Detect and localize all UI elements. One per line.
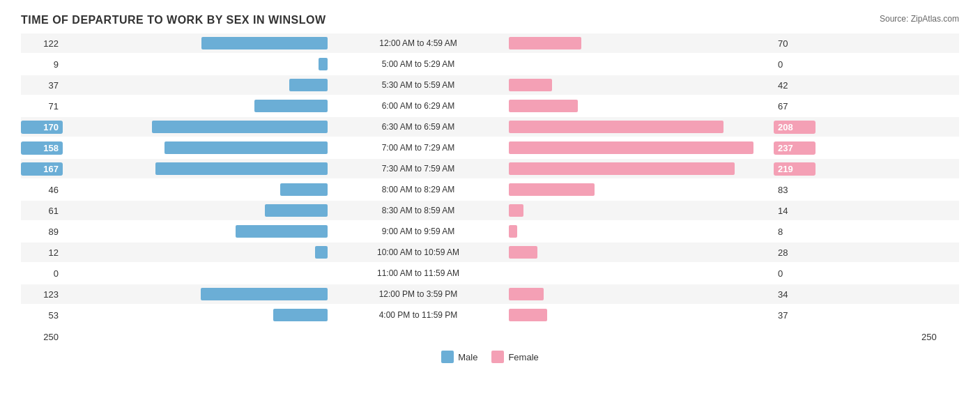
right-value: 237 bbox=[774, 141, 816, 155]
left-bar-container bbox=[63, 183, 328, 196]
right-bar-container bbox=[509, 100, 774, 112]
time-label: 8:30 AM to 8:59 AM bbox=[328, 206, 509, 215]
chart-row: 37 5:30 AM to 5:59 AM 42 bbox=[21, 75, 959, 95]
right-value: 0 bbox=[774, 268, 816, 279]
chart-row: 9 5:00 AM to 5:29 AM 0 bbox=[21, 54, 959, 74]
right-bar-container bbox=[509, 79, 774, 91]
right-bar-container bbox=[509, 162, 774, 175]
chart-row: 61 8:30 AM to 8:59 AM 14 bbox=[21, 201, 959, 220]
right-value: 208 bbox=[774, 121, 816, 134]
chart-row: 122 12:00 AM to 4:59 AM 70 bbox=[21, 33, 959, 53]
time-label: 6:30 AM to 6:59 AM bbox=[328, 122, 509, 132]
time-label: 10:00 AM to 10:59 AM bbox=[328, 247, 509, 257]
chart-row: 53 4:00 PM to 11:59 PM 37 bbox=[21, 305, 959, 325]
right-bar-container bbox=[509, 141, 774, 154]
chart-title: TIME OF DEPARTURE TO WORK BY SEX IN WINS… bbox=[21, 14, 959, 26]
legend-female-label: Female bbox=[508, 352, 538, 362]
right-bar-container bbox=[509, 309, 774, 321]
male-bar bbox=[319, 58, 328, 70]
female-bar bbox=[509, 288, 544, 300]
right-value: 219 bbox=[774, 162, 816, 176]
left-bar-container bbox=[63, 79, 328, 91]
left-bar-container bbox=[63, 162, 328, 175]
time-label: 7:00 AM to 7:29 AM bbox=[328, 143, 509, 153]
right-value: 34 bbox=[774, 289, 816, 300]
right-value: 67 bbox=[774, 101, 816, 112]
legend-male: Male bbox=[441, 351, 477, 363]
chart-row: 167 7:30 AM to 7:59 AM 219 bbox=[21, 159, 959, 178]
left-value: 71 bbox=[21, 101, 63, 112]
female-bar bbox=[509, 183, 595, 196]
right-value: 42 bbox=[774, 80, 816, 91]
male-bar bbox=[152, 121, 328, 133]
left-bar-container bbox=[63, 309, 328, 321]
left-bar-container bbox=[63, 288, 328, 300]
male-bar bbox=[273, 309, 328, 321]
female-bar bbox=[509, 204, 523, 217]
time-label: 5:00 AM to 5:29 AM bbox=[328, 59, 509, 69]
male-bar bbox=[280, 183, 328, 196]
left-value: 12 bbox=[21, 247, 63, 258]
time-label: 4:00 PM to 11:59 PM bbox=[328, 310, 509, 320]
chart-row: 123 12:00 PM to 3:59 PM 34 bbox=[21, 284, 959, 304]
chart-row: 89 9:00 AM to 9:59 AM 8 bbox=[21, 222, 959, 241]
legend-male-label: Male bbox=[458, 352, 477, 362]
right-value: 83 bbox=[774, 185, 816, 195]
left-value: 170 bbox=[21, 121, 63, 134]
left-value: 9 bbox=[21, 59, 63, 70]
axis-right: 250 bbox=[917, 332, 959, 342]
right-value: 37 bbox=[774, 310, 816, 321]
source-text: Source: ZipAtlas.com bbox=[880, 14, 959, 24]
right-bar-container bbox=[509, 246, 774, 259]
left-value: 158 bbox=[21, 141, 63, 155]
time-label: 11:00 AM to 11:59 AM bbox=[328, 268, 509, 278]
time-label: 7:30 AM to 7:59 AM bbox=[328, 164, 509, 174]
left-value: 89 bbox=[21, 227, 63, 237]
male-bar bbox=[254, 100, 328, 112]
right-value: 8 bbox=[774, 227, 816, 237]
right-bar-container bbox=[509, 121, 774, 133]
male-bar bbox=[236, 225, 328, 238]
right-value: 28 bbox=[774, 247, 816, 258]
male-bar bbox=[201, 37, 328, 49]
right-bar-container bbox=[509, 267, 774, 279]
time-label: 6:00 AM to 6:29 AM bbox=[328, 101, 509, 111]
left-bar-container bbox=[63, 246, 328, 259]
right-value: 70 bbox=[774, 38, 816, 49]
right-bar-container bbox=[509, 37, 774, 49]
right-bar-container bbox=[509, 204, 774, 217]
left-value: 61 bbox=[21, 206, 63, 216]
time-label: 9:00 AM to 9:59 AM bbox=[328, 227, 509, 236]
left-bar-container bbox=[63, 121, 328, 133]
legend-female-box bbox=[491, 351, 504, 363]
male-bar bbox=[155, 162, 328, 175]
time-label: 12:00 AM to 4:59 AM bbox=[328, 38, 509, 48]
chart-row: 158 7:00 AM to 7:29 AM 237 bbox=[21, 138, 959, 158]
left-value: 123 bbox=[21, 289, 63, 300]
chart-container: TIME OF DEPARTURE TO WORK BY SEX IN WINS… bbox=[0, 0, 980, 398]
time-label: 5:30 AM to 5:59 AM bbox=[328, 80, 509, 90]
male-bar bbox=[201, 288, 328, 300]
female-bar bbox=[509, 162, 735, 175]
left-bar-container bbox=[63, 37, 328, 49]
left-bar-container bbox=[63, 58, 328, 70]
chart-row: 71 6:00 AM to 6:29 AM 67 bbox=[21, 96, 959, 116]
left-value: 53 bbox=[21, 310, 63, 321]
chart-row: 46 8:00 AM to 8:29 AM 83 bbox=[21, 180, 959, 199]
left-value: 0 bbox=[21, 268, 63, 279]
left-bar-container bbox=[63, 204, 328, 217]
left-value: 122 bbox=[21, 38, 63, 49]
legend: Male Female bbox=[21, 351, 959, 363]
male-bar bbox=[289, 79, 328, 91]
female-bar bbox=[509, 246, 537, 259]
right-bar-container bbox=[509, 288, 774, 300]
male-bar bbox=[315, 246, 328, 259]
female-bar bbox=[509, 37, 581, 49]
axis-row: 250 250 bbox=[21, 332, 959, 342]
female-bar bbox=[509, 225, 517, 238]
left-bar-container bbox=[63, 100, 328, 112]
left-bar-container bbox=[63, 141, 328, 154]
female-bar bbox=[509, 100, 578, 112]
left-value: 167 bbox=[21, 162, 63, 176]
left-value: 46 bbox=[21, 185, 63, 195]
